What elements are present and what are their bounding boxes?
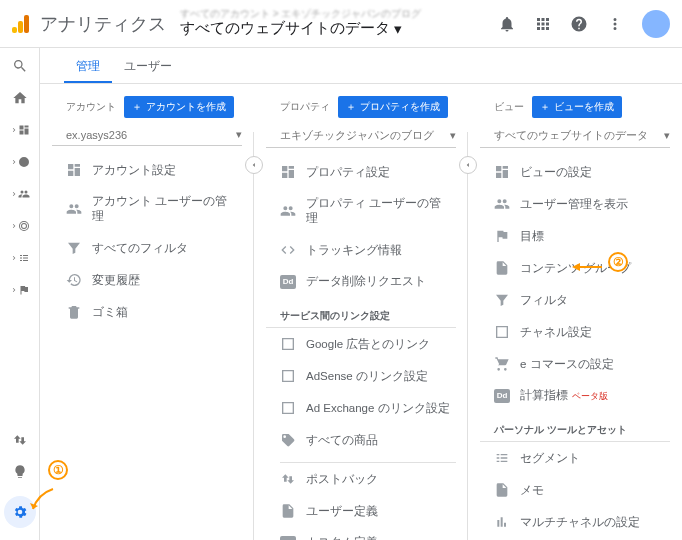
current-view-label: すべてのウェブサイトのデータ (180, 19, 390, 38)
segment-row[interactable]: セグメント (480, 442, 670, 474)
attribution-icon[interactable] (12, 432, 28, 448)
account-filters-row[interactable]: すべてのフィルタ (52, 232, 242, 264)
create-property-button[interactable]: ＋プロパティを作成 (338, 96, 448, 118)
content-group-row[interactable]: コンテンツ グループ (480, 252, 670, 284)
cart-icon (494, 356, 510, 372)
all-products-row[interactable]: すべての商品 (266, 424, 456, 456)
app-title: アナリティクス (40, 12, 166, 36)
view-filter-row[interactable]: フィルタ (480, 284, 670, 316)
tab-users[interactable]: ユーザー (112, 48, 184, 83)
dd-icon: Dd (280, 536, 296, 541)
bell-icon[interactable] (498, 15, 516, 33)
calc-metric-row[interactable]: Dd計算指標ベータ版 (480, 380, 670, 411)
search-icon[interactable] (12, 58, 28, 74)
column-account: アカウント ＋アカウントを作成 ex.yasys236▾ アカウント設定 アカウ… (40, 96, 254, 540)
view-users-row[interactable]: ユーザー管理を表示 (480, 188, 670, 220)
chevron-left-icon (463, 160, 473, 170)
data-delete-row[interactable]: Ddデータ削除リクエスト (266, 266, 456, 297)
column-view: ビュー ＋ビューを作成 すべてのウェブサイトのデータ▾ ビューの設定 ユーザー管… (468, 96, 682, 540)
account-settings-row[interactable]: アカウント設定 (52, 154, 242, 186)
account-users-row[interactable]: アカウント ユーザーの管理 (52, 186, 242, 232)
account-selector[interactable]: ex.yasys236▾ (52, 124, 242, 146)
create-account-button[interactable]: ＋アカウントを作成 (124, 96, 234, 118)
users-icon (66, 201, 82, 217)
collapse-property-button[interactable] (459, 156, 477, 174)
ads-icon (280, 336, 296, 352)
adx-link-row[interactable]: Ad Exchange のリンク設定 (266, 392, 456, 424)
filter-icon (494, 292, 510, 308)
collapse-account-button[interactable] (245, 156, 263, 174)
history-icon (66, 272, 82, 288)
column-property: プロパティ ＋プロパティを作成 エキゾチックジャパンのブログ▾ プロパティ設定 … (254, 96, 468, 540)
settings-tile-icon (494, 164, 510, 180)
help-icon[interactable] (570, 15, 588, 33)
app-header: アナリティクス すべてのアカウント > エキゾチックジャパンのブログ すべてのウ… (0, 0, 682, 48)
nav-conversion-icon[interactable] (10, 282, 30, 298)
code-icon (280, 242, 296, 258)
postback-row[interactable]: ポストバック (266, 463, 456, 495)
nav-acquisition-icon[interactable] (10, 218, 30, 234)
nav-behavior-icon[interactable] (10, 250, 30, 266)
view-settings-row[interactable]: ビューの設定 (480, 156, 670, 188)
chart-icon (494, 514, 510, 530)
channel-icon (494, 324, 510, 340)
tab-admin[interactable]: 管理 (64, 48, 112, 83)
adx-icon (280, 400, 296, 416)
settings-tile-icon (280, 164, 296, 180)
dd-icon: Dd (280, 275, 296, 289)
view-selector[interactable]: すべてのアカウント > エキゾチックジャパンのブログ すべてのウェブサイトのデー… (180, 5, 498, 42)
personal-tools-header: パーソナル ツールとアセット (480, 417, 670, 442)
postback-icon (280, 471, 296, 487)
view-breadcrumb: すべてのアカウント > エキゾチックジャパンのブログ (180, 9, 498, 19)
view-column-selector[interactable]: すべてのウェブサイトのデータ▾ (480, 124, 670, 148)
ga-logo-icon (12, 15, 30, 33)
userdef-icon (280, 503, 296, 519)
ecommerce-row[interactable]: e コマースの設定 (480, 348, 670, 380)
nav-realtime-icon[interactable] (10, 154, 30, 170)
nav-audience-icon[interactable] (10, 186, 30, 202)
users-icon (494, 196, 510, 212)
chevron-left-icon (249, 160, 259, 170)
nav-custom-icon[interactable] (10, 122, 30, 138)
dd-icon: Dd (494, 389, 510, 403)
google-ads-link-row[interactable]: Google 広告とのリンク (266, 328, 456, 360)
content-icon (494, 260, 510, 276)
home-icon[interactable] (12, 90, 28, 106)
property-users-row[interactable]: プロパティ ユーザーの管理 (266, 188, 456, 234)
multichannel-row[interactable]: マルチチャネルの設定 (480, 506, 670, 538)
tracking-info-row[interactable]: トラッキング情報 (266, 234, 456, 266)
goals-row[interactable]: 目標 (480, 220, 670, 252)
property-selector[interactable]: エキゾチックジャパンのブログ▾ (266, 124, 456, 148)
adsense-link-row[interactable]: AdSense のリンク設定 (266, 360, 456, 392)
segment-icon (494, 450, 510, 466)
apps-grid-icon[interactable] (534, 15, 552, 33)
more-vert-icon[interactable] (606, 15, 624, 33)
property-label: プロパティ (280, 100, 330, 114)
trash-icon (66, 304, 82, 320)
filter-icon (66, 240, 82, 256)
dropdown-icon: ▾ (394, 20, 402, 38)
users-icon (280, 203, 296, 219)
adsense-icon (280, 368, 296, 384)
account-label: アカウント (66, 100, 116, 114)
admin-tabs: 管理 ユーザー (40, 48, 682, 84)
property-settings-row[interactable]: プロパティ設定 (266, 156, 456, 188)
memo-row[interactable]: メモ (480, 474, 670, 506)
custom-def-row[interactable]: Ddカスタム定義 (266, 527, 456, 540)
flag-icon (494, 228, 510, 244)
user-def-row[interactable]: ユーザー定義 (266, 495, 456, 527)
left-nav (0, 48, 40, 540)
account-trash-row[interactable]: ゴミ箱 (52, 296, 242, 328)
account-history-row[interactable]: 変更履歴 (52, 264, 242, 296)
view-label: ビュー (494, 100, 524, 114)
channel-row[interactable]: チャネル設定 (480, 316, 670, 348)
admin-gear-button[interactable] (4, 496, 36, 528)
settings-tile-icon (66, 162, 82, 178)
tag-icon (280, 432, 296, 448)
create-view-button[interactable]: ＋ビューを作成 (532, 96, 622, 118)
service-links-header: サービス間のリンク設定 (266, 303, 456, 328)
memo-icon (494, 482, 510, 498)
discover-icon[interactable] (12, 464, 28, 480)
account-avatar[interactable] (642, 10, 670, 38)
